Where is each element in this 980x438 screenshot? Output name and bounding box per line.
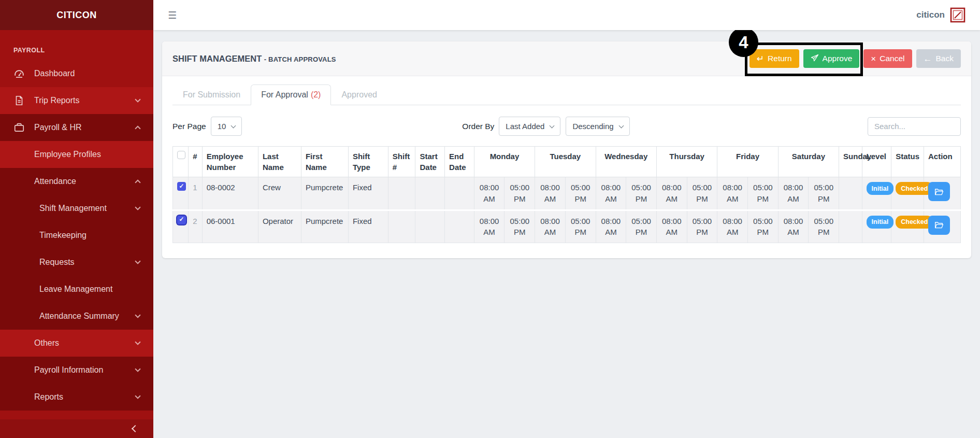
cell-end-date	[445, 177, 474, 210]
cell-first-name: Pumpcrete	[301, 177, 348, 210]
sidebar-item-trip-reports[interactable]: Trip Reports	[0, 87, 153, 114]
tab-bar: For SubmissionFor Approval(2)Approved	[172, 84, 961, 105]
header-tuesday: Tuesday	[535, 147, 596, 177]
chevron-down-icon	[135, 204, 140, 210]
chevron-down-icon	[135, 312, 140, 318]
cell-sunday	[839, 177, 862, 210]
sidebar-item-reports[interactable]: Reports	[0, 384, 153, 411]
cell-time-out: 05:00 PM	[626, 210, 657, 243]
cell-time-out: 05:00 PM	[747, 177, 778, 210]
shifts-table: #Employee NumberLast NameFirst NameShift…	[172, 146, 961, 243]
back-arrow-icon: ←	[924, 54, 932, 63]
sidebar-item-label: Trip Reports	[34, 96, 79, 105]
per-page-value: 10	[218, 122, 226, 131]
approve-button[interactable]: Approve	[803, 49, 860, 68]
back-button[interactable]: ← Back	[916, 49, 961, 68]
sidebar-item-label: Payroll & HR	[34, 123, 82, 132]
cell-action	[924, 177, 960, 210]
header-monday: Monday	[474, 147, 535, 177]
sidebar-item-label: Timekeeping	[39, 231, 87, 240]
folder-open-icon	[934, 187, 944, 196]
order-direction-select[interactable]: Descending	[566, 117, 629, 136]
per-page-select[interactable]: 10	[211, 117, 242, 136]
sidebar-section-label: PAYROLL	[13, 47, 153, 54]
sidebar-item-dashboard[interactable]: Dashboard	[0, 60, 153, 87]
cell-time-out: 05:00 PM	[565, 210, 596, 243]
cell-time-out: 05:00 PM	[626, 177, 657, 210]
chevron-down-icon	[618, 123, 624, 128]
cell-time-out: 05:00 PM	[505, 177, 535, 210]
menu-toggle-icon[interactable]: ☰	[168, 9, 177, 21]
sidebar-brand: CITICON	[0, 0, 153, 30]
list-controls: Per Page 10 Order By Last Added Descendi…	[172, 117, 961, 136]
cell-time-in: 08:00 AM	[717, 210, 748, 243]
sidebar-item-timekeeping[interactable]: Timekeeping	[0, 222, 153, 249]
cell-time-in: 08:00 AM	[535, 177, 566, 210]
chevron-down-icon	[135, 393, 140, 399]
tab-for-approval[interactable]: For Approval(2)	[251, 84, 331, 105]
approve-button-label: Approve	[823, 54, 853, 63]
header-first-name: First Name	[301, 147, 348, 177]
cell-time-in: 08:00 AM	[656, 210, 687, 243]
content: SHIFT MANAGEMENT - BATCH APPROVALS 4 ↵ R…	[153, 30, 980, 270]
briefcase-icon	[13, 122, 25, 133]
open-record-button[interactable]	[928, 182, 950, 201]
header-employee-number: Employee Number	[202, 147, 258, 177]
sidebar-item-others[interactable]: Others	[0, 330, 153, 357]
card-header: SHIFT MANAGEMENT - BATCH APPROVALS 4 ↵ R…	[162, 41, 971, 76]
app-logo-icon	[950, 7, 965, 23]
folder-open-icon	[934, 220, 944, 230]
sidebar-item-attendance-summary[interactable]: Attendance Summary	[0, 303, 153, 330]
sidebar-item-requests[interactable]: Requests	[0, 249, 153, 276]
sidebar-item-label: Shift Management	[39, 204, 107, 213]
row-checkbox[interactable]: ✓	[177, 216, 186, 224]
cell-select: ✓	[173, 210, 189, 243]
sidebar-item-payroll-hr[interactable]: Payroll & HR	[0, 114, 153, 141]
per-page-label: Per Page	[172, 122, 206, 131]
open-record-button[interactable]	[928, 216, 950, 235]
header-end-date: End Date	[445, 147, 474, 177]
row-checkbox[interactable]: ✓	[177, 182, 186, 191]
chevron-down-icon	[135, 96, 140, 102]
topbar-brand: citicon	[916, 10, 945, 20]
header-shift: Shift #	[388, 147, 415, 177]
cell-time-in: 08:00 AM	[778, 177, 809, 210]
header-saturday: Saturday	[778, 147, 839, 177]
sidebar-footer	[0, 419, 153, 438]
chevron-down-icon	[135, 258, 140, 264]
sidebar-item-payroll-information[interactable]: Payroll Information	[0, 357, 153, 384]
header-thursday: Thursday	[656, 147, 717, 177]
cell-last-name: Operator	[258, 210, 301, 243]
sidebar-item-label: Reports	[34, 392, 63, 402]
status-badge: Checked	[896, 182, 933, 195]
cell-shift-no	[388, 210, 415, 243]
header-actions: 4 ↵ Return Approve × Cancel	[750, 49, 961, 68]
cell-time-in: 08:00 AM	[717, 177, 748, 210]
order-by-select[interactable]: Last Added	[499, 117, 560, 136]
cell-time-in: 08:00 AM	[656, 177, 687, 210]
cell-time-out: 05:00 PM	[505, 210, 535, 243]
cell-employee-number: 06-0001	[202, 210, 258, 243]
search-input[interactable]	[868, 117, 961, 136]
tab-approved[interactable]: Approved	[331, 84, 387, 105]
tab-label: For Approval	[261, 90, 308, 100]
sidebar-item-leave-management[interactable]: Leave Management	[0, 276, 153, 303]
header-start-date: Start Date	[415, 147, 445, 177]
cell-status: Checked	[891, 177, 924, 210]
select-all-checkbox[interactable]	[177, 151, 185, 159]
cancel-button[interactable]: × Cancel	[863, 49, 912, 68]
tab-for-submission[interactable]: For Submission	[172, 84, 251, 105]
cell-row-number: 2	[189, 210, 202, 243]
tab-label: Approved	[341, 90, 377, 100]
order-by-value: Last Added	[506, 122, 544, 131]
send-icon	[811, 54, 819, 64]
cell-sunday	[839, 210, 862, 243]
sidebar-collapse-icon[interactable]	[132, 425, 139, 432]
sidebar-item-shift-management[interactable]: Shift Management	[0, 195, 153, 222]
cell-shift-no	[388, 177, 415, 210]
chevron-up-icon	[135, 179, 140, 185]
return-button[interactable]: ↵ Return	[750, 49, 799, 68]
sidebar-item-attendance[interactable]: Attendance	[0, 168, 153, 195]
sidebar-item-employee-profiles[interactable]: Employee Profiles	[0, 141, 153, 168]
shift-management-card: SHIFT MANAGEMENT - BATCH APPROVALS 4 ↵ R…	[162, 41, 971, 258]
